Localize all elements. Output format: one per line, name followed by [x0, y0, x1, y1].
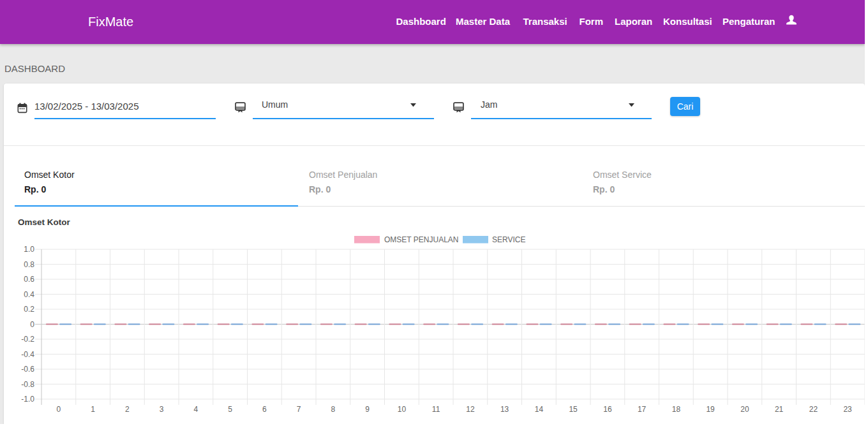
- svg-text:5: 5: [228, 405, 232, 414]
- svg-text:3: 3: [160, 405, 164, 414]
- svg-text:17: 17: [638, 405, 647, 414]
- svg-text:0.2: 0.2: [24, 305, 34, 314]
- svg-text:19: 19: [706, 405, 715, 414]
- svg-text:6: 6: [262, 405, 267, 414]
- svg-text:10: 10: [398, 405, 407, 414]
- svg-text:1: 1: [91, 405, 95, 414]
- svg-text:-0.8: -0.8: [21, 380, 34, 389]
- svg-text:2: 2: [125, 405, 130, 414]
- svg-text:-0.4: -0.4: [21, 350, 34, 359]
- svg-text:15: 15: [569, 405, 578, 414]
- svg-text:9: 9: [365, 405, 370, 414]
- svg-text:0: 0: [30, 320, 34, 329]
- svg-text:OMSET PENJUALAN: OMSET PENJUALAN: [384, 235, 458, 244]
- svg-text:7: 7: [297, 405, 301, 414]
- svg-text:0.6: 0.6: [24, 275, 34, 284]
- svg-text:13: 13: [500, 405, 509, 414]
- svg-text:16: 16: [603, 405, 612, 414]
- svg-text:SERVICE: SERVICE: [492, 235, 525, 244]
- svg-text:0: 0: [57, 405, 61, 414]
- svg-text:22: 22: [809, 405, 818, 414]
- svg-text:20: 20: [740, 405, 749, 414]
- svg-text:1.0: 1.0: [24, 245, 34, 254]
- svg-text:12: 12: [466, 405, 475, 414]
- svg-text:23: 23: [843, 405, 852, 414]
- svg-text:14: 14: [535, 405, 544, 414]
- svg-text:4: 4: [194, 405, 198, 414]
- svg-text:-1.0: -1.0: [21, 395, 34, 404]
- svg-text:11: 11: [432, 405, 440, 414]
- svg-text:8: 8: [331, 405, 336, 414]
- svg-text:-0.2: -0.2: [21, 335, 34, 344]
- svg-text:-0.6: -0.6: [21, 365, 34, 374]
- svg-text:0.4: 0.4: [24, 290, 34, 299]
- svg-text:21: 21: [775, 405, 784, 414]
- svg-text:0.8: 0.8: [24, 260, 34, 269]
- svg-text:18: 18: [672, 405, 681, 414]
